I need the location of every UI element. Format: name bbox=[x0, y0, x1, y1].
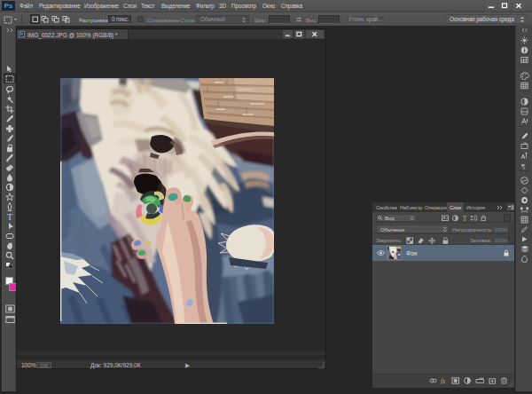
svg-text:¶: ¶ bbox=[521, 162, 525, 169]
svg-text:T: T bbox=[7, 212, 12, 221]
svg-text:T: T bbox=[463, 215, 467, 222]
svg-text:fx: fx bbox=[441, 377, 446, 384]
